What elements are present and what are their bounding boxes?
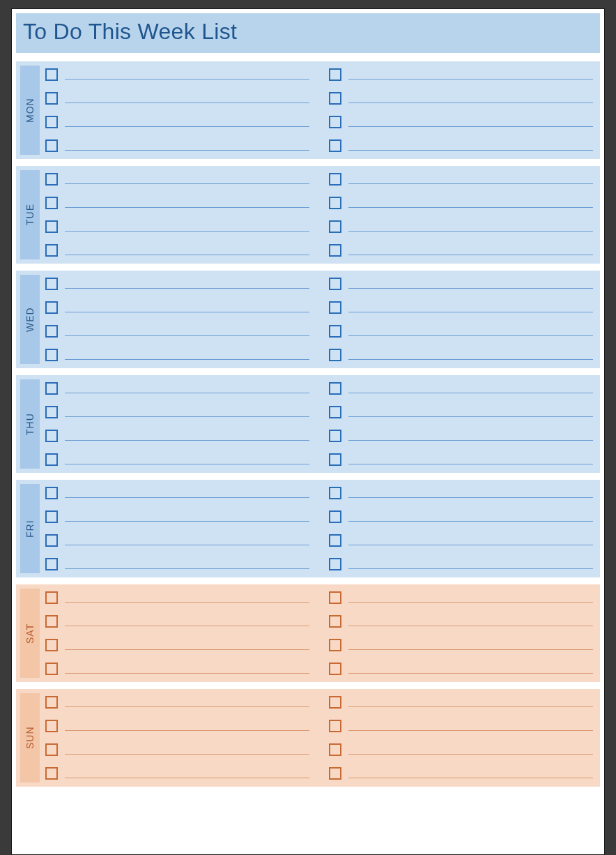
task-checkbox[interactable]	[329, 197, 341, 209]
task-line[interactable]	[348, 730, 593, 731]
task-checkbox[interactable]	[329, 92, 341, 105]
task-checkbox[interactable]	[45, 349, 58, 361]
task-checkbox[interactable]	[329, 325, 341, 338]
task-line[interactable]	[65, 416, 309, 417]
task-checkbox[interactable]	[45, 382, 58, 395]
task-checkbox[interactable]	[329, 301, 341, 314]
task-checkbox[interactable]	[45, 663, 58, 675]
task-line[interactable]	[348, 255, 593, 255]
task-checkbox[interactable]	[329, 487, 341, 499]
task-line[interactable]	[348, 103, 593, 103]
task-line[interactable]	[348, 150, 593, 151]
task-checkbox[interactable]	[45, 743, 58, 756]
task-line[interactable]	[65, 497, 309, 498]
task-checkbox[interactable]	[45, 453, 58, 466]
task-line[interactable]	[65, 255, 309, 255]
task-line[interactable]	[348, 568, 593, 569]
task-line[interactable]	[348, 602, 593, 603]
task-checkbox[interactable]	[45, 767, 58, 780]
task-line[interactable]	[348, 416, 593, 417]
task-checkbox[interactable]	[45, 92, 58, 105]
task-line[interactable]	[348, 183, 593, 184]
task-line[interactable]	[348, 207, 593, 208]
task-checkbox[interactable]	[329, 767, 341, 780]
task-line[interactable]	[65, 568, 309, 569]
task-checkbox[interactable]	[329, 244, 341, 257]
task-line[interactable]	[348, 440, 593, 441]
task-checkbox[interactable]	[45, 696, 58, 709]
task-checkbox[interactable]	[45, 197, 58, 209]
task-line[interactable]	[65, 521, 309, 522]
task-checkbox[interactable]	[329, 278, 341, 290]
task-checkbox[interactable]	[329, 139, 341, 152]
task-line[interactable]	[348, 464, 593, 464]
task-line[interactable]	[348, 545, 593, 545]
task-line[interactable]	[65, 231, 309, 232]
task-checkbox[interactable]	[329, 591, 341, 604]
task-checkbox[interactable]	[45, 116, 58, 128]
task-line[interactable]	[65, 103, 309, 103]
task-checkbox[interactable]	[45, 720, 58, 732]
task-checkbox[interactable]	[329, 220, 341, 233]
task-line[interactable]	[65, 464, 309, 464]
task-checkbox[interactable]	[329, 382, 341, 395]
task-line[interactable]	[348, 126, 593, 127]
task-line[interactable]	[65, 126, 309, 127]
task-checkbox[interactable]	[45, 244, 58, 257]
task-checkbox[interactable]	[329, 696, 341, 709]
task-line[interactable]	[348, 231, 593, 232]
task-line[interactable]	[65, 673, 309, 674]
task-checkbox[interactable]	[329, 639, 341, 651]
task-line[interactable]	[65, 626, 309, 626]
task-checkbox[interactable]	[45, 173, 58, 186]
task-line[interactable]	[65, 183, 309, 184]
task-checkbox[interactable]	[329, 173, 341, 186]
task-line[interactable]	[65, 335, 309, 336]
task-checkbox[interactable]	[329, 349, 341, 361]
task-checkbox[interactable]	[329, 615, 341, 628]
task-checkbox[interactable]	[329, 453, 341, 466]
task-checkbox[interactable]	[45, 301, 58, 314]
task-checkbox[interactable]	[45, 558, 58, 570]
task-checkbox[interactable]	[45, 510, 58, 523]
task-checkbox[interactable]	[329, 743, 341, 756]
task-checkbox[interactable]	[45, 278, 58, 290]
task-checkbox[interactable]	[329, 720, 341, 732]
task-line[interactable]	[348, 312, 593, 312]
task-line[interactable]	[65, 730, 309, 731]
task-checkbox[interactable]	[45, 220, 58, 233]
task-checkbox[interactable]	[329, 406, 341, 418]
task-checkbox[interactable]	[45, 639, 58, 651]
task-line[interactable]	[65, 778, 309, 778]
task-line[interactable]	[348, 521, 593, 522]
task-checkbox[interactable]	[329, 663, 341, 675]
task-checkbox[interactable]	[329, 430, 341, 442]
task-line[interactable]	[65, 393, 309, 393]
task-line[interactable]	[65, 79, 309, 80]
task-line[interactable]	[348, 754, 593, 755]
task-line[interactable]	[348, 706, 593, 707]
task-checkbox[interactable]	[45, 68, 58, 81]
task-checkbox[interactable]	[329, 558, 341, 570]
task-line[interactable]	[348, 79, 593, 80]
task-line[interactable]	[65, 207, 309, 208]
task-checkbox[interactable]	[45, 591, 58, 604]
task-line[interactable]	[65, 150, 309, 151]
task-line[interactable]	[348, 335, 593, 336]
task-line[interactable]	[348, 649, 593, 650]
task-line[interactable]	[65, 602, 309, 603]
task-line[interactable]	[65, 440, 309, 441]
task-checkbox[interactable]	[329, 510, 341, 523]
task-line[interactable]	[65, 288, 309, 289]
task-line[interactable]	[348, 626, 593, 626]
task-line[interactable]	[348, 393, 593, 393]
task-line[interactable]	[65, 706, 309, 707]
task-checkbox[interactable]	[329, 534, 341, 547]
task-line[interactable]	[65, 754, 309, 755]
task-line[interactable]	[65, 359, 309, 360]
task-checkbox[interactable]	[45, 615, 58, 628]
task-checkbox[interactable]	[329, 116, 341, 128]
task-checkbox[interactable]	[45, 406, 58, 418]
task-checkbox[interactable]	[45, 534, 58, 547]
task-line[interactable]	[348, 359, 593, 360]
